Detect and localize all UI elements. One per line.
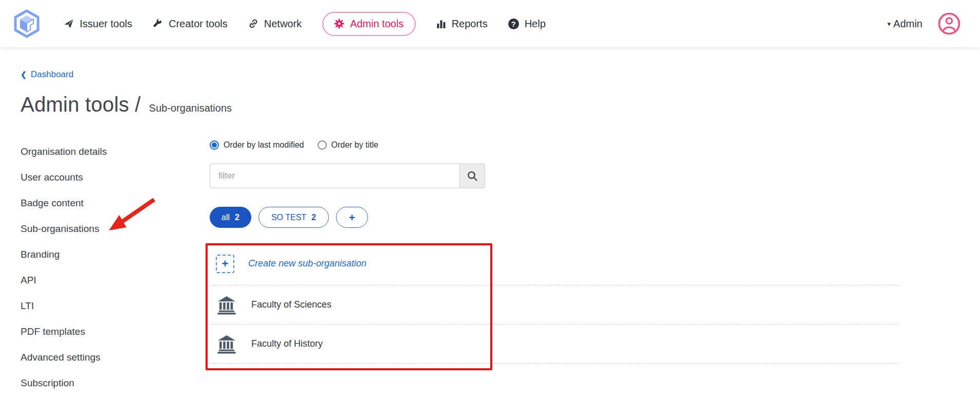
bank-icon	[216, 334, 237, 354]
list-item-label: Faculty of Sciences	[251, 299, 331, 310]
help-icon: ?	[508, 19, 519, 29]
sidebar-item-badge-content[interactable]: Badge content	[21, 190, 210, 216]
list-item-faculty-of-sciences[interactable]: Faculty of Sciences	[210, 285, 899, 325]
filter-group	[210, 164, 485, 188]
sidebar-item-organisation-details[interactable]: Organisation details	[21, 139, 210, 165]
filter-input[interactable]	[210, 164, 459, 188]
sidebar-item-pdf-templates[interactable]: PDF templates	[21, 319, 210, 345]
sidebar-item-lti[interactable]: LTI	[21, 293, 210, 319]
sub-organisation-list: + Create new sub-organisation	[210, 242, 899, 364]
order-by-title-radio[interactable]: Order by title	[318, 140, 379, 150]
nav-item-label: Reports	[452, 18, 488, 30]
nav-item-label: Network	[264, 18, 302, 30]
nav-item-label: Help	[525, 18, 546, 30]
wrench-icon	[153, 19, 163, 29]
page-title: Admin tools / Sub-organisations	[21, 93, 980, 116]
sidebar-item-subscription[interactable]: Subscription	[21, 370, 210, 396]
nav-item-reports[interactable]: Reports	[436, 18, 488, 30]
tag-count: 2	[235, 213, 239, 222]
radio-label: Order by last modified	[224, 140, 304, 150]
sidebar-item-api[interactable]: API	[21, 267, 210, 293]
search-icon	[467, 170, 478, 182]
main-nav: Issuer tools Creator tools Network	[64, 12, 546, 36]
create-sub-organisation-label: Create new sub-organisation	[248, 258, 366, 269]
nav-item-label: Creator tools	[169, 18, 228, 30]
radio-selected-icon	[210, 140, 219, 150]
gear-icon	[334, 19, 344, 29]
plus-icon: +	[349, 211, 355, 224]
radio-unselected-icon	[318, 140, 327, 150]
radio-label: Order by title	[331, 140, 379, 150]
admin-user-dropdown[interactable]: ▾ Admin	[887, 18, 922, 30]
breadcrumb-label: Dashboard	[31, 69, 73, 80]
user-menu-label: Admin	[893, 18, 922, 30]
search-button[interactable]	[459, 164, 485, 188]
page-body: ❮ Dashboard Admin tools / Sub-organisati…	[0, 47, 980, 396]
tag-label: SO TEST	[271, 213, 306, 222]
add-tag-button[interactable]: +	[336, 207, 368, 228]
nav-item-help[interactable]: ? Help	[508, 18, 546, 30]
chevron-down-icon: ▾	[887, 20, 891, 28]
tag-so-test-button[interactable]: SO TEST 2	[258, 207, 329, 228]
list-item-label: Faculty of History	[251, 338, 323, 349]
bank-icon	[216, 295, 237, 315]
link-icon	[248, 19, 258, 29]
order-options: Order by last modified Order by title	[210, 139, 899, 151]
nav-item-creator-tools[interactable]: Creator tools	[153, 18, 228, 30]
nav-item-label: Admin tools	[350, 18, 404, 30]
tag-all-button[interactable]: all 2	[210, 207, 251, 228]
tag-count: 2	[311, 213, 316, 222]
bar-chart-icon	[436, 19, 446, 29]
list-item-faculty-of-history[interactable]: Faculty of History	[210, 325, 899, 364]
top-navbar: Issuer tools Creator tools Network	[0, 0, 980, 47]
app-logo-icon[interactable]	[13, 9, 40, 38]
settings-sidebar: Organisation details User accounts Badge…	[21, 139, 210, 396]
sub-organisations-panel: Order by last modified Order by title	[210, 139, 899, 396]
chevron-left-icon: ❮	[21, 70, 27, 79]
sidebar-item-branding[interactable]: Branding	[21, 242, 210, 267]
page-title-sub: Sub-organisations	[149, 102, 232, 114]
plus-dashed-icon: +	[216, 255, 234, 273]
breadcrumb[interactable]: ❮ Dashboard	[21, 69, 73, 80]
sidebar-item-sub-organisations[interactable]: Sub-organisations	[21, 216, 210, 242]
sidebar-item-user-accounts[interactable]: User accounts	[21, 165, 210, 190]
nav-item-issuer-tools[interactable]: Issuer tools	[64, 18, 132, 30]
avatar[interactable]	[938, 12, 960, 35]
nav-item-admin-tools[interactable]: Admin tools	[322, 12, 416, 36]
paper-plane-icon	[64, 19, 74, 29]
tag-label: all	[221, 213, 230, 222]
page-title-main: Admin tools /	[21, 93, 141, 116]
sidebar-item-advanced-settings[interactable]: Advanced settings	[21, 345, 210, 370]
order-by-last-modified-radio[interactable]: Order by last modified	[210, 140, 304, 150]
create-sub-organisation-row[interactable]: + Create new sub-organisation	[210, 242, 899, 285]
tag-filter-row: all 2 SO TEST 2 +	[210, 207, 899, 228]
nav-item-label: Issuer tools	[80, 18, 132, 30]
nav-item-network[interactable]: Network	[248, 18, 302, 30]
